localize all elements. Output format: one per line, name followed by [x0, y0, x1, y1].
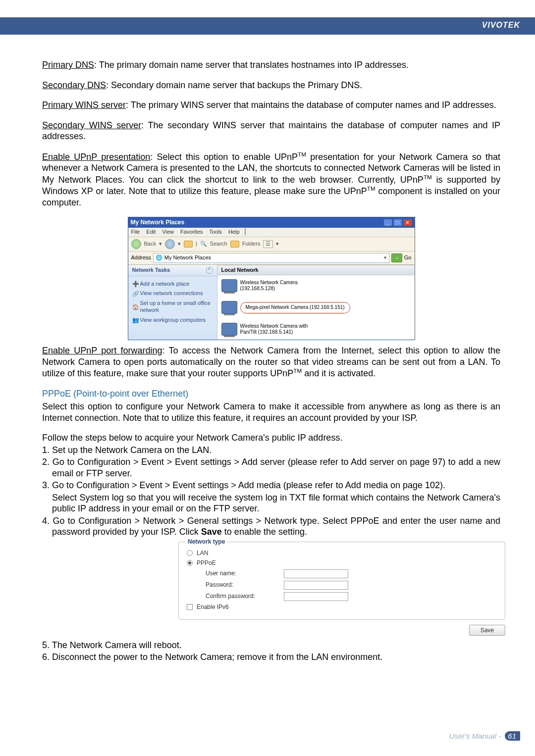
- def-secondary-wins: Secondary WINS server: The secondary WIN…: [42, 120, 500, 142]
- up-folder-icon[interactable]: [184, 241, 193, 248]
- menu-file[interactable]: File: [131, 229, 140, 235]
- pppoe-intro: Select this option to configure your Net…: [42, 401, 500, 423]
- step-3-note: Select System log so that you will recei…: [42, 492, 500, 514]
- network-places-icon: 🌐: [156, 254, 162, 261]
- password-label: Password:: [206, 581, 280, 589]
- page-footer: User's Manual - 61: [449, 732, 520, 740]
- step-3: 3. Go to Configuration > Event > Event s…: [42, 480, 500, 491]
- username-label: User name:: [206, 570, 280, 577]
- back-label[interactable]: Back: [144, 241, 156, 248]
- task-add-network-place[interactable]: ➕Add a network place: [132, 279, 213, 289]
- close-icon[interactable]: ×: [403, 219, 412, 226]
- confirm-password-label: Confirm password:: [206, 593, 280, 600]
- maximize-icon[interactable]: □: [393, 219, 402, 226]
- radio-pppoe[interactable]: [187, 560, 193, 566]
- screenshot-network-type: Network type LAN PPPoE User name: Passwo…: [178, 542, 505, 636]
- local-network-header: Local Network: [217, 265, 415, 276]
- steps-list: 1. Set up the Network Camera on the LAN.…: [42, 445, 500, 538]
- search-icon[interactable]: 🔍: [200, 241, 207, 248]
- home-network-icon: 🏠: [132, 304, 138, 310]
- upnp-pres-label: Enable UPnP presentation: [42, 152, 150, 162]
- step-5: 5. The Network Camera will reboot.: [42, 640, 500, 651]
- tasks-header[interactable]: Network Tasks ⌃: [128, 265, 217, 276]
- folders-label[interactable]: Folders: [242, 241, 261, 248]
- camera-icon: [221, 279, 237, 292]
- window-title-bar: My Network Places _ □ ×: [128, 217, 415, 228]
- address-value: My Network Places: [164, 254, 211, 261]
- window-title: My Network Places: [131, 219, 185, 226]
- folders-icon[interactable]: [230, 241, 239, 248]
- minimize-icon[interactable]: _: [383, 219, 392, 226]
- page-number: 61: [505, 731, 520, 741]
- network-type-fieldset: Network type LAN PPPoE User name: Passwo…: [178, 542, 505, 620]
- address-label: Address: [131, 254, 151, 261]
- menu-view[interactable]: View: [162, 229, 174, 235]
- task-view-workgroup[interactable]: 👥View workgroup computers: [132, 315, 213, 325]
- camera-item[interactable]: Wireless Network Camera with Pan/Tilt (1…: [221, 323, 411, 336]
- radio-lan-row[interactable]: LAN: [187, 550, 497, 557]
- menu-bar[interactable]: File Edit View Favorites Tools Help: [128, 228, 415, 237]
- lan-label: LAN: [197, 550, 208, 557]
- add-place-icon: ➕: [132, 281, 138, 287]
- connections-icon: 🔗: [132, 291, 138, 297]
- windows-flag-icon: [245, 228, 246, 235]
- workgroup-icon: 👥: [132, 317, 138, 323]
- def-upnp-presentation: Enable UPnP presentation: Select this op…: [42, 151, 500, 208]
- radio-pppoe-row[interactable]: PPPoE: [187, 559, 497, 567]
- menu-tools[interactable]: Tools: [209, 229, 222, 235]
- header-band: VIVOTEK: [0, 0, 535, 35]
- camera-callout: Mega-pixel Network Camera (192.168.5.151…: [240, 302, 350, 313]
- def-primary-dns: Primary DNS: The primary domain name ser…: [42, 59, 500, 71]
- camera-icon: [221, 323, 237, 336]
- ipv6-checkbox[interactable]: [187, 604, 193, 610]
- primary-wins-label: Primary WINS server: [42, 100, 126, 110]
- confirm-password-input[interactable]: [284, 592, 348, 601]
- pppoe-lead: Follow the steps below to acquire your N…: [42, 432, 500, 444]
- def-upnp-forwarding: Enable UPnP port forwarding: To access t…: [42, 345, 500, 379]
- password-input[interactable]: [284, 581, 348, 590]
- username-input[interactable]: [284, 569, 348, 578]
- camera-icon: [221, 301, 237, 314]
- save-button[interactable]: Save: [469, 625, 505, 636]
- ipv6-label: Enable IPv6: [197, 604, 229, 611]
- secondary-dns-label: Secondary DNS: [42, 80, 106, 90]
- upnp-fwd-label: Enable UPnP port forwarding: [42, 346, 162, 355]
- tasks-panel: Network Tasks ⌃ ➕Add a network place 🔗Vi…: [128, 265, 217, 340]
- task-view-connections[interactable]: 🔗View network connections: [132, 289, 213, 299]
- def-secondary-dns: Secondary DNS: Secondary domain name ser…: [42, 80, 500, 91]
- brand-label: VIVOTEK: [482, 21, 520, 30]
- screenshot-my-network-places: My Network Places _ □ × File Edit View F…: [128, 217, 415, 340]
- view-icon[interactable]: ☰: [263, 240, 273, 248]
- pppoe-label: PPPoE: [197, 559, 216, 567]
- fieldset-legend: Network type: [186, 538, 227, 546]
- collapse-icon[interactable]: ⌃: [206, 267, 213, 274]
- step-1: 1. Set up the Network Camera on the LAN.: [42, 445, 500, 456]
- forward-icon[interactable]: [165, 239, 175, 249]
- task-setup-network[interactable]: 🏠Set up a home or small office network: [132, 299, 213, 315]
- toolbar: Back ▾ ▾ | 🔍 Search Folders ☰▾: [128, 237, 415, 252]
- address-input[interactable]: 🌐 My Network Places ▾: [153, 253, 389, 263]
- ipv6-row[interactable]: Enable IPv6: [187, 604, 497, 611]
- def-primary-wins: Primary WINS server: The primary WINS se…: [42, 100, 500, 111]
- camera-item[interactable]: Wireless Network Camera (192.168.5.128): [221, 279, 310, 292]
- radio-lan[interactable]: [187, 550, 193, 556]
- back-icon[interactable]: [131, 239, 141, 249]
- secondary-wins-label: Secondary WINS server: [42, 120, 141, 130]
- menu-help[interactable]: Help: [228, 229, 240, 235]
- menu-edit[interactable]: Edit: [146, 229, 156, 235]
- menu-favorites[interactable]: Favorites: [180, 229, 203, 235]
- address-bar: Address 🌐 My Network Places ▾ → Go: [128, 252, 415, 265]
- go-button[interactable]: →: [391, 253, 402, 262]
- pppoe-heading: PPPoE (Point-to-point over Ethernet): [42, 388, 500, 400]
- primary-dns-label: Primary DNS: [42, 60, 94, 70]
- go-label[interactable]: Go: [404, 254, 412, 261]
- step-4: 4. Go to Configuration > Network > Gener…: [42, 515, 500, 538]
- search-label[interactable]: Search: [210, 241, 227, 248]
- step-6: 6. Disconnect the power to the Network C…: [42, 652, 500, 663]
- post-steps-list: 5. The Network Camera will reboot. 6. Di…: [42, 640, 500, 663]
- step-2: 2. Go to Configuration > Event > Event s…: [42, 456, 500, 479]
